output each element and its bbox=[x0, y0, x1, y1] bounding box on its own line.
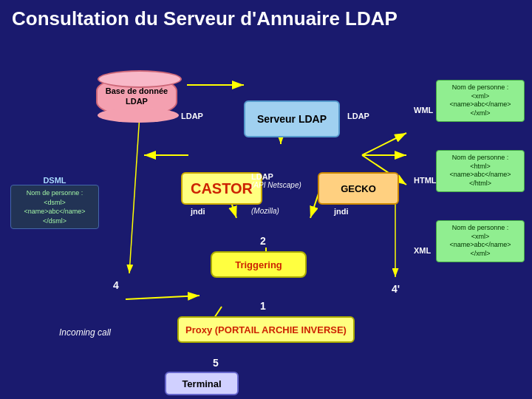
dsml-content: Nom de personne :<dsml><name>abc</name><… bbox=[10, 185, 99, 229]
ldap-label-2: LDAP bbox=[347, 112, 369, 120]
ldap-api-label: LDAP bbox=[251, 172, 301, 181]
html-label: HTML bbox=[414, 176, 437, 185]
num-4: 4 bbox=[113, 279, 119, 291]
dsml-label: DSML bbox=[10, 176, 99, 185]
num-2: 2 bbox=[260, 235, 266, 247]
gecko-node: GECKO bbox=[318, 172, 399, 205]
wml-result-text: Nom de personne : <xml> <name>abc</name>… bbox=[449, 83, 511, 117]
html-result-text: Nom de personne : <html> <name>abc</name… bbox=[449, 154, 511, 187]
proxy-label: Proxy (PORTAIL ARCHIE INVERSE) bbox=[185, 324, 347, 335]
xml-result-node: Nom de personne : <xml> <name>abc</name>… bbox=[436, 220, 525, 262]
html-result-box: Nom de personne : <html> <name>abc</name… bbox=[436, 150, 525, 192]
triggering-label: Triggering bbox=[235, 259, 282, 270]
num-4p: 4' bbox=[392, 283, 400, 295]
terminal-label: Terminal bbox=[182, 378, 221, 389]
server-box: Serveur LDAP bbox=[244, 100, 340, 137]
db-label: Base de donnée LDAP bbox=[98, 86, 176, 106]
ldap-label-1: LDAP bbox=[181, 112, 203, 120]
ldap-api-sub: (API Netscape) bbox=[251, 181, 301, 189]
server-label: Serveur LDAP bbox=[257, 113, 327, 125]
db-shape: Base de donnée LDAP bbox=[96, 76, 177, 117]
num-1: 1 bbox=[260, 300, 266, 312]
jndi-label-1: jndi bbox=[191, 207, 205, 216]
num-5: 5 bbox=[213, 357, 219, 369]
wml-result-box: Nom de personne : <xml> <name>abc</name>… bbox=[436, 80, 525, 122]
xml-label: XML bbox=[414, 246, 431, 255]
terminal-box: Terminal bbox=[165, 372, 239, 395]
server-node: Serveur LDAP bbox=[244, 100, 340, 137]
xml-result-text: Nom de personne : <xml> <name>abc</name>… bbox=[449, 224, 511, 257]
ldap-api-node: LDAP (API Netscape) bbox=[251, 172, 301, 189]
html-result-node: Nom de personne : <html> <name>abc</name… bbox=[436, 150, 525, 192]
proxy-node: Proxy (PORTAIL ARCHIE INVERSE) bbox=[177, 316, 355, 343]
page-title: Consultation du Serveur d'Annuaire LDAP bbox=[0, 0, 532, 33]
dsml-node: DSML Nom de personne :<dsml><name>abc</n… bbox=[10, 176, 99, 229]
gecko-label: GECKO bbox=[341, 183, 376, 194]
castor-label: CASTOR bbox=[191, 180, 253, 197]
wml-result-node: Nom de personne : <xml> <name>abc</name>… bbox=[436, 80, 525, 122]
mozilla-label: (Mozilla) bbox=[251, 207, 279, 215]
gecko-box: GECKO bbox=[318, 172, 399, 205]
terminal-node: Terminal bbox=[165, 372, 239, 395]
castor-node: CASTOR bbox=[181, 172, 262, 205]
jndi-label-2: jndi bbox=[334, 207, 349, 216]
incoming-call-node: Incoming call bbox=[59, 325, 111, 338]
wml-label: WML bbox=[414, 106, 433, 115]
xml-result-box: Nom de personne : <xml> <name>abc</name>… bbox=[436, 220, 525, 262]
proxy-box: Proxy (PORTAIL ARCHIE INVERSE) bbox=[177, 316, 355, 343]
db-node: Base de donnée LDAP bbox=[96, 76, 177, 117]
triggering-box: Triggering bbox=[211, 251, 307, 278]
castor-box: CASTOR bbox=[181, 172, 262, 205]
incoming-call-label: Incoming call bbox=[59, 327, 111, 338]
triggering-node: Triggering bbox=[211, 251, 307, 278]
